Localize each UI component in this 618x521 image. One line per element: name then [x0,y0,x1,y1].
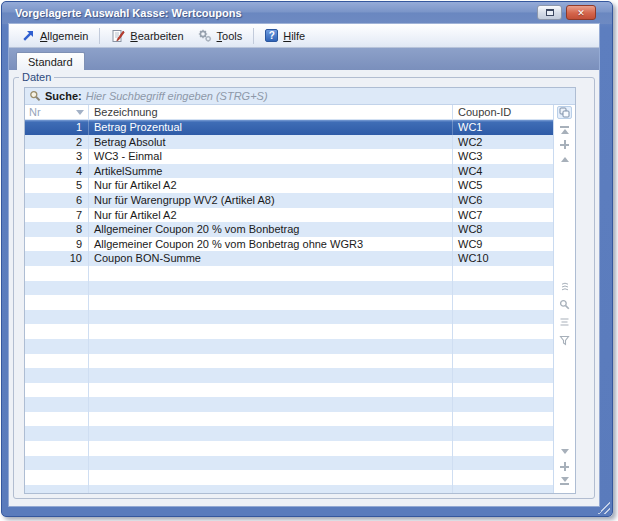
search-input[interactable] [86,90,571,102]
cell-bez: Nur für Artikel A2 [89,178,453,193]
cell-cid [453,281,553,296]
table-row[interactable]: 8Allgemeiner Coupon 20 % vom BonbetragWC… [25,222,553,237]
grip-icon [560,281,570,291]
empty-row [25,397,553,412]
empty-row [25,295,553,310]
export-button[interactable] [554,313,575,331]
page-down-button[interactable] [561,444,569,459]
app-window: Vorgelagerte Auswahl Kasse: Wertcoupons … [1,1,613,517]
tag-icon [559,317,570,328]
table-zone: Nr Bezeichnung Coupon-ID [25,105,575,493]
empty-row [25,426,553,441]
cell-bez [89,324,453,339]
column-header-coupon-id[interactable]: Coupon-ID [453,105,553,119]
cell-bez [89,281,453,296]
cell-nr: 4 [25,164,89,179]
table-row[interactable]: 2Betrag AbsolutWC2 [25,135,553,150]
empty-row [25,281,553,296]
empty-row [25,368,553,383]
column-header-bezeichnung[interactable]: Bezeichnung [89,105,453,119]
resize-grip[interactable] [598,502,610,514]
toolbar-separator [253,28,254,44]
cell-cid: WC3 [453,149,553,164]
cell-cid [453,470,553,485]
menu-item-bearbeiten[interactable]: Bearbeiten [104,27,190,45]
window-controls: ✕ [537,5,596,20]
cell-bez [89,368,453,383]
cell-bez [89,426,453,441]
cell-bez [89,456,453,471]
page-down-icon [561,449,569,454]
menu-item-tools[interactable]: Tools [191,27,250,45]
cell-cid: WC5 [453,178,553,193]
collapse-panel-button[interactable] [554,277,575,295]
cell-nr [25,397,89,412]
step-up-button[interactable] [560,137,569,152]
menu-item-hilfe[interactable]: ? Hilfe [258,27,312,44]
cell-bez [89,295,453,310]
cell-cid: WC1 [453,120,553,135]
close-button[interactable]: ✕ [566,5,596,20]
step-up-icon [560,140,569,149]
table-row[interactable]: 10Coupon BON-SummeWC10 [25,251,553,266]
zoom-button[interactable] [554,295,575,313]
step-down-button[interactable] [560,459,569,474]
cell-nr: 9 [25,237,89,252]
cell-nr: 1 [25,120,89,135]
search-label: Suche: [45,90,82,102]
empty-row [25,470,553,485]
go-first-button[interactable] [560,122,569,137]
cell-nr [25,295,89,310]
cell-nr [25,441,89,456]
cell-nr: 10 [25,251,89,266]
table-row[interactable]: 7Nur für Artikel A2WC7 [25,208,553,223]
cell-cid: WC7 [453,208,553,223]
go-last-button[interactable] [560,474,569,489]
cell-nr [25,266,89,281]
cell-cid [453,456,553,471]
cell-bez [89,485,453,493]
menu-toolbar: Allgemein Bearbeiten [9,24,599,48]
tab-standard[interactable]: Standard [16,52,85,70]
edit-icon [111,29,125,43]
table-row[interactable]: 9Allgemeiner Coupon 20 % vom Bonbetrag o… [25,237,553,252]
title-bar[interactable]: Vorgelagerte Auswahl Kasse: Wertcoupons … [2,2,612,24]
filter-button[interactable] [554,331,575,349]
cell-nr [25,324,89,339]
cell-cid [453,339,553,354]
cell-cid [453,441,553,456]
scroll-buttons-bottom [554,444,575,489]
screen: Vorgelagerte Auswahl Kasse: Wertcoupons … [0,0,618,521]
sort-descending-icon [76,110,84,115]
filter-icon [559,335,570,346]
empty-row [25,441,553,456]
coupon-table: Nr Bezeichnung Coupon-ID [25,105,553,493]
cell-cid [453,354,553,369]
table-row[interactable]: 4ArtikelSummeWC4 [25,164,553,179]
page-up-button[interactable] [561,152,569,167]
column-chooser-button[interactable] [557,106,572,119]
table-row[interactable]: 1Betrag ProzentualWC1 [25,120,553,135]
gears-icon [198,29,212,43]
tab-page: Daten Suche: [9,70,599,506]
table-row[interactable]: 5Nur für Artikel A2WC5 [25,178,553,193]
scroll-buttons-top [554,122,575,167]
cell-cid [453,383,553,398]
cell-bez: Allgemeiner Coupon 20 % vom Bonbetrag oh… [89,237,453,252]
menu-item-allgemein[interactable]: Allgemein [15,27,95,44]
restore-button[interactable] [537,5,562,20]
cell-bez: Allgemeiner Coupon 20 % vom Bonbetrag [89,222,453,237]
column-header-nr[interactable]: Nr [25,105,89,119]
cell-bez [89,397,453,412]
table-row[interactable]: 3WC3 - EinmalWC3 [25,149,553,164]
empty-row [25,412,553,427]
table-row[interactable]: 6Nur für Warengrupp WV2 (Artikel A8)WC6 [25,193,553,208]
table-body: 1Betrag ProzentualWC12Betrag AbsolutWC23… [25,120,553,493]
cell-cid: WC4 [453,164,553,179]
cell-nr [25,412,89,427]
search-bar[interactable]: Suche: [25,88,575,105]
cell-bez [89,354,453,369]
search-icon [29,90,41,102]
arrow-up-right-icon [22,29,35,42]
cell-cid [453,266,553,281]
